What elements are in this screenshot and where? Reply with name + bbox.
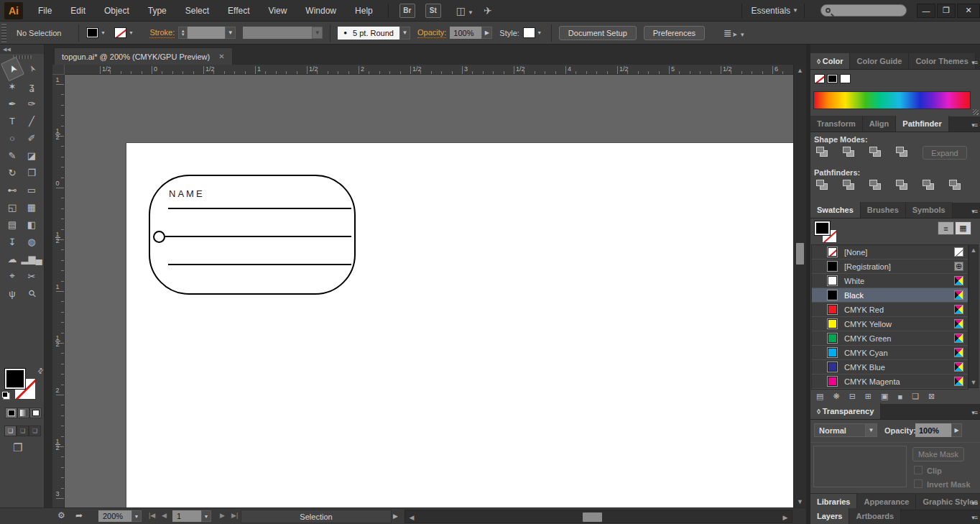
stroke-label[interactable]: Stroke: bbox=[149, 28, 175, 38]
new-color-group-icon[interactable]: ■ bbox=[897, 392, 902, 401]
pathfinder-minus-back-icon[interactable] bbox=[949, 180, 962, 191]
swatch-row[interactable]: White bbox=[812, 274, 968, 288]
pathfinder-crop-icon[interactable] bbox=[896, 180, 909, 191]
scroll-up-icon[interactable]: ▲ bbox=[794, 67, 806, 74]
add-to-library-icon[interactable]: ❋ bbox=[833, 392, 839, 401]
pathfinder-merge-icon[interactable] bbox=[869, 180, 882, 191]
pencil-tool[interactable]: ✎ bbox=[3, 147, 22, 164]
swatch-scrollbar[interactable]: ▲ ▼ bbox=[969, 244, 979, 388]
style-dropdown-icon[interactable]: ▼ bbox=[535, 27, 544, 38]
ruler-corner[interactable] bbox=[52, 65, 65, 75]
scroll-right-icon[interactable]: ▶ bbox=[780, 514, 790, 521]
opacity-spinner-icon[interactable]: ▶ bbox=[481, 27, 492, 39]
menu-effect[interactable]: Effect bbox=[218, 0, 259, 22]
tab-libraries[interactable]: Libraries bbox=[810, 494, 857, 510]
tab-appearance[interactable]: Appearance bbox=[857, 494, 916, 510]
artboard[interactable]: NAME bbox=[126, 143, 793, 507]
panel-resize-grip[interactable] bbox=[973, 109, 979, 115]
panel-menu-icon[interactable]: ▾≡ bbox=[971, 500, 977, 507]
opacity-label[interactable]: Opacity: bbox=[417, 28, 446, 38]
thumbnail-view-button[interactable]: ▦ bbox=[955, 221, 971, 235]
invert-mask-checkbox[interactable] bbox=[914, 479, 923, 488]
width-tool[interactable]: ⊷ bbox=[3, 181, 22, 198]
perspective-grid-tool[interactable]: ▦ bbox=[22, 198, 42, 216]
magic-wand-tool[interactable]: ✶ bbox=[3, 78, 22, 95]
swatch-row[interactable]: CMYK Cyan bbox=[812, 346, 968, 360]
pathfinder-outline-icon[interactable] bbox=[923, 180, 935, 191]
scroll-down-icon[interactable]: ▼ bbox=[969, 379, 978, 386]
type-tool[interactable]: T bbox=[3, 112, 22, 129]
shape-mode-intersect-icon[interactable] bbox=[869, 147, 882, 158]
tab-color-guide[interactable]: Color Guide bbox=[850, 53, 909, 69]
tab-color[interactable]: Color bbox=[810, 53, 850, 69]
ellipse-tool[interactable]: ○ bbox=[3, 129, 22, 147]
show-swatch-kinds-icon[interactable]: ⊟ bbox=[849, 392, 856, 401]
swatch-list-view-icon[interactable]: ▣ bbox=[881, 392, 888, 401]
opacity-spinner-icon[interactable]: ▶ bbox=[951, 423, 962, 437]
pathfinder-trim-icon[interactable] bbox=[843, 180, 856, 191]
shape-mode-unite-icon[interactable] bbox=[816, 147, 829, 158]
swatch-row[interactable]: [Registration]⊕ bbox=[812, 259, 968, 274]
opacity-field[interactable]: 100% bbox=[450, 27, 481, 39]
tab-swatches[interactable]: Swatches bbox=[810, 202, 861, 218]
menu-file[interactable]: File bbox=[29, 0, 61, 22]
preferences-button[interactable]: Preferences bbox=[644, 26, 705, 40]
next-artboard-icon[interactable]: ▶ bbox=[220, 512, 225, 519]
stroke-weight-field[interactable] bbox=[188, 27, 225, 39]
document-viewport[interactable]: NAME bbox=[65, 75, 793, 507]
list-view-button[interactable]: ≡ bbox=[938, 221, 954, 235]
render-settings-icon[interactable]: ⚙ bbox=[57, 510, 65, 520]
menu-object[interactable]: Object bbox=[95, 0, 139, 22]
paintbrush-tool[interactable]: ✐ bbox=[22, 129, 42, 147]
variable-width-profile-field[interactable] bbox=[243, 27, 312, 39]
color-none-swatch[interactable] bbox=[814, 74, 825, 83]
new-swatch-icon[interactable]: ❏ bbox=[912, 392, 919, 401]
horizontal-ruler[interactable]: 1/201/211/221/231/241/251/26 bbox=[65, 65, 793, 75]
menu-view[interactable]: View bbox=[259, 0, 297, 22]
scale-tool[interactable]: ❐ bbox=[22, 164, 42, 181]
menu-help[interactable]: Help bbox=[346, 0, 382, 22]
swatch-row[interactable]: [None] bbox=[812, 245, 968, 259]
menu-select[interactable]: Select bbox=[176, 0, 218, 22]
close-document-icon[interactable]: ✕ bbox=[218, 52, 224, 60]
swatch-row[interactable]: Black bbox=[812, 288, 968, 303]
blend-tool[interactable]: ◍ bbox=[22, 233, 42, 250]
pathfinder-divide-icon[interactable] bbox=[816, 180, 829, 191]
color-black-swatch[interactable] bbox=[827, 74, 838, 83]
arrange-documents-icon[interactable]: ◫▼ bbox=[456, 5, 473, 17]
bridge-button[interactable]: Br bbox=[399, 4, 415, 18]
color-button[interactable] bbox=[5, 408, 17, 418]
panel-menu-icon[interactable]: ▾≡ bbox=[971, 514, 977, 521]
panel-menu-icon[interactable]: ▾≡ bbox=[971, 121, 977, 129]
artboard-number-field[interactable]: 1 bbox=[172, 510, 201, 522]
stock-button[interactable]: St bbox=[425, 4, 441, 18]
none-button[interactable] bbox=[29, 408, 42, 418]
rotate-tool[interactable]: ↻ bbox=[3, 164, 22, 181]
select-similar-options-icon[interactable]: ≣➤▼ bbox=[724, 27, 745, 39]
gradient-button[interactable] bbox=[17, 408, 29, 418]
swatch-row[interactable]: CMYK Magenta bbox=[812, 374, 968, 389]
lasso-tool[interactable]: ʓ bbox=[22, 78, 42, 95]
color-spectrum-bar[interactable] bbox=[813, 91, 971, 109]
stroke-weight-dropdown-icon[interactable]: ▼ bbox=[225, 27, 236, 39]
swatch-options-icon[interactable]: ⊞ bbox=[865, 392, 872, 401]
vscroll-thumb[interactable] bbox=[796, 243, 804, 265]
status-options-icon[interactable]: ▶ bbox=[393, 512, 398, 520]
dog-tag-artwork[interactable]: NAME bbox=[149, 175, 356, 295]
tab-artboards[interactable]: Artboards bbox=[849, 508, 901, 524]
free-transform-tool[interactable]: ▭ bbox=[22, 181, 42, 198]
zoom-level-field[interactable]: 200% bbox=[98, 510, 131, 522]
stroke-color-chip[interactable] bbox=[114, 27, 126, 38]
style-chip[interactable] bbox=[523, 27, 535, 38]
export-icon[interactable]: ➦ bbox=[75, 510, 83, 520]
tab-color-themes[interactable]: Color Themes bbox=[909, 53, 975, 69]
transparency-opacity-field[interactable]: 100% bbox=[915, 423, 951, 437]
swatch-row[interactable]: CMYK Blue bbox=[812, 360, 968, 374]
last-artboard-icon[interactable]: ▶| bbox=[231, 512, 238, 519]
curvature-tool[interactable]: ✑ bbox=[22, 95, 42, 112]
color-white-swatch[interactable] bbox=[840, 74, 851, 83]
menu-window[interactable]: Window bbox=[296, 0, 346, 22]
eraser-tool[interactable]: ◪ bbox=[22, 147, 42, 164]
artboard-dropdown-icon[interactable]: ▼ bbox=[201, 510, 211, 522]
draw-inside-icon[interactable]: ❏ bbox=[29, 426, 41, 436]
